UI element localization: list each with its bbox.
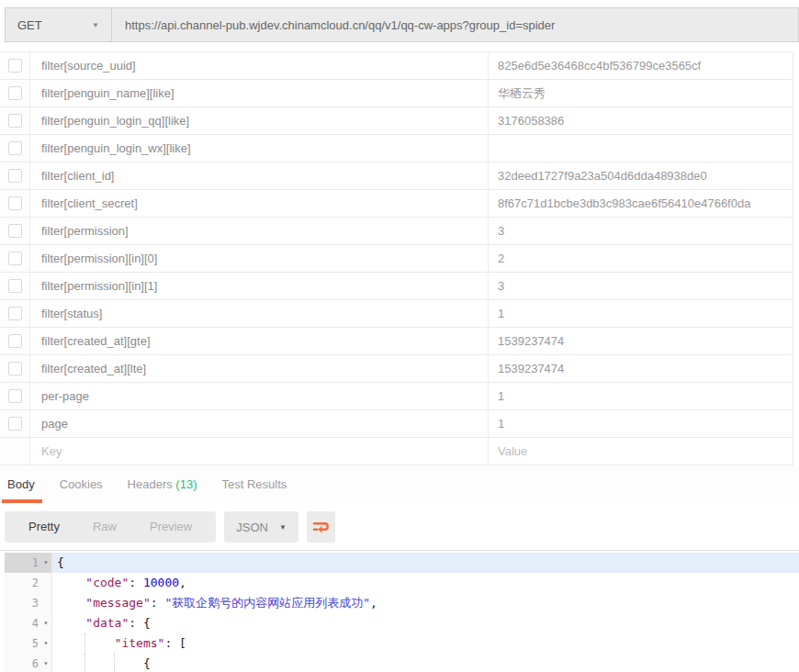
indent-guide	[84, 654, 114, 672]
line-gutter: 3	[5, 593, 52, 613]
param-checkbox[interactable]	[8, 169, 22, 183]
fold-toggle-icon[interactable]: ▾	[40, 553, 51, 573]
param-value[interactable]: 3	[489, 218, 793, 244]
format-select[interactable]: JSON ▼	[224, 511, 298, 543]
param-checkbox-cell	[0, 80, 30, 106]
tab-cookies[interactable]: Cookies	[57, 477, 106, 503]
fold-toggle-icon[interactable]: ▾	[40, 654, 51, 672]
param-key[interactable]: filter[source_uuid]	[30, 52, 489, 79]
param-checkbox[interactable]	[8, 362, 22, 375]
param-value[interactable]: 3	[489, 273, 793, 299]
param-checkbox[interactable]	[8, 389, 22, 403]
param-key[interactable]: per-page	[30, 383, 489, 409]
param-row: filter[penguin_login_wx][like]	[0, 135, 793, 162]
param-checkbox-cell	[0, 52, 30, 79]
param-value[interactable]: 华栖云秀	[489, 80, 793, 106]
param-checkbox[interactable]	[8, 141, 22, 155]
wrap-text-button[interactable]	[307, 511, 335, 543]
code-line: 1▾{	[0, 553, 799, 573]
chevron-down-icon: ▼	[279, 523, 287, 532]
param-checkbox[interactable]	[8, 86, 22, 100]
mode-pretty[interactable]: Pretty	[12, 511, 76, 543]
code-line: 3 "message": "获取企鹅号的内容网站应用列表成功",	[0, 593, 799, 613]
param-value[interactable]: 1	[489, 410, 793, 437]
param-value[interactable]: 8f67c71d1bcbe3db3c983cae6f56410e4766f0da	[489, 190, 793, 217]
param-row: filter[created_at][gte]1539237474	[0, 328, 793, 355]
tab-test-results[interactable]: Test Results	[219, 477, 289, 503]
code-content: "data": {	[52, 613, 799, 633]
param-key[interactable]: filter[created_at][gte]	[30, 328, 489, 354]
mode-preview[interactable]: Preview	[133, 511, 208, 543]
param-checkbox-cell	[0, 107, 30, 134]
param-key[interactable]: filter[created_at][lte]	[30, 355, 489, 382]
mode-raw[interactable]: Raw	[76, 511, 133, 543]
param-checkbox-cell	[0, 383, 30, 409]
token-k: "items"	[115, 636, 165, 650]
param-value[interactable]: 1	[489, 383, 793, 409]
line-number: 2	[5, 573, 40, 593]
param-value[interactable]: 1539237474	[489, 328, 793, 354]
token-k: "code"	[85, 576, 129, 589]
param-key[interactable]: filter[client_secret]	[30, 190, 489, 217]
code-line: 5▾ "items": [	[0, 633, 799, 654]
indent-guide	[114, 654, 143, 672]
param-value[interactable]	[489, 135, 793, 162]
param-checkbox[interactable]	[8, 196, 22, 210]
param-key[interactable]: filter[penguin_login_qq][like]	[30, 107, 489, 134]
param-checkbox[interactable]	[8, 307, 22, 320]
param-key[interactable]: page	[30, 410, 489, 437]
param-checkbox[interactable]	[8, 279, 22, 293]
tab-headers[interactable]: Headers (13)	[125, 477, 200, 503]
param-placeholder-row: KeyValue	[0, 438, 793, 465]
param-row: page1	[0, 410, 793, 438]
url-input[interactable]: https://api.channel-pub.wjdev.chinamclou…	[112, 8, 798, 41]
param-value[interactable]: 32deed1727f9a23a504d6dda48938de0	[489, 162, 793, 189]
indent-guide	[57, 593, 85, 613]
param-key[interactable]: filter[penguin_login_wx][like]	[30, 135, 489, 162]
param-checkbox[interactable]	[8, 252, 22, 265]
tab-label: Headers	[128, 477, 173, 491]
line-number: 4	[5, 613, 40, 633]
param-value[interactable]: 1539237474	[489, 355, 793, 382]
view-modes: PrettyRawPreview	[5, 511, 216, 543]
param-checkbox-cell	[0, 355, 30, 382]
param-value[interactable]: 2	[489, 245, 793, 272]
param-row: filter[status]1	[0, 300, 793, 328]
param-key[interactable]: filter[permission][in][0]	[30, 245, 489, 272]
tab-body[interactable]: Body	[5, 477, 38, 503]
tab-label: Test Results	[221, 477, 287, 491]
code-line: 6▾ {	[0, 654, 799, 672]
param-checkbox[interactable]	[8, 114, 22, 128]
param-value[interactable]: 1	[489, 300, 793, 327]
fold-toggle-icon[interactable]: ▾	[40, 613, 51, 633]
line-number: 5	[5, 633, 40, 654]
fold-toggle-icon[interactable]: ▾	[40, 633, 51, 654]
param-checkbox[interactable]	[8, 334, 22, 348]
request-url-bar: GET ▼ https://api.channel-pub.wjdev.chin…	[5, 7, 799, 42]
method-select[interactable]: GET ▼	[6, 8, 112, 41]
param-checkbox-cell	[0, 300, 30, 327]
param-key[interactable]: filter[permission][in][1]	[30, 273, 489, 299]
param-checkbox[interactable]	[8, 417, 22, 431]
param-key[interactable]: filter[status]	[30, 300, 489, 327]
param-value[interactable]: 825e6d5e36468cc4bf536799ce3565cf	[489, 52, 793, 79]
code-viewer[interactable]: 1▾{2 "code": 10000,3 "message": "获取企鹅号的内…	[0, 550, 799, 672]
param-key[interactable]: filter[penguin_name][like]	[30, 80, 489, 106]
param-checkbox[interactable]	[8, 224, 22, 238]
chevron-down-icon: ▼	[92, 21, 99, 29]
param-value[interactable]: 3176058386	[489, 107, 793, 134]
code-content: "message": "获取企鹅号的内容网站应用列表成功",	[52, 593, 799, 613]
param-row: filter[penguin_name][like]华栖云秀	[0, 80, 793, 107]
param-key-placeholder[interactable]: Key	[30, 438, 489, 465]
response-tabs: BodyCookiesHeaders (13)Test Results	[0, 465, 799, 503]
token-p: :	[129, 576, 143, 589]
param-row: filter[permission][in][0]2	[0, 245, 793, 273]
param-value-placeholder[interactable]: Value	[489, 438, 793, 465]
token-k: "message"	[85, 596, 150, 610]
tab-badge: (13)	[173, 477, 197, 491]
line-gutter: 4▾	[5, 613, 52, 633]
line-number: 1	[5, 553, 40, 573]
param-key[interactable]: filter[client_id]	[30, 162, 489, 189]
param-key[interactable]: filter[permission]	[30, 218, 489, 244]
param-checkbox[interactable]	[8, 59, 22, 73]
